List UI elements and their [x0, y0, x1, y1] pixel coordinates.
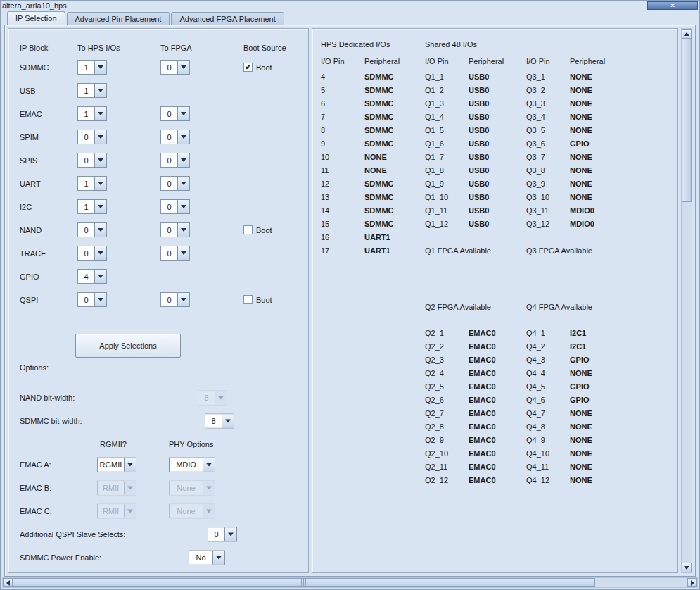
io-peripheral: USB0: [469, 166, 489, 175]
tab-ip-selection[interactable]: IP Selection: [7, 11, 65, 25]
tab-advanced-fpga-placement[interactable]: Advanced FPGA Placement: [171, 12, 284, 25]
to-hps-dropdown[interactable]: 0: [77, 292, 107, 307]
io-pin: 9: [321, 139, 364, 148]
to-hps-dropdown[interactable]: 1: [77, 106, 107, 121]
emac-a-rgmii-dropdown-slot: RGMII: [97, 457, 136, 472]
down-arrow-glyph: [98, 158, 103, 162]
dropdown-value: None: [170, 481, 203, 494]
to-hps-dropdown[interactable]: 0: [77, 153, 107, 168]
vertical-scrollbar[interactable]: [681, 28, 692, 573]
apply-selections-button[interactable]: Apply Selections: [75, 334, 181, 358]
io-pin: 11: [321, 166, 364, 175]
vertical-scroll-track[interactable]: [682, 39, 692, 563]
io-row: Q4_1I2C1: [526, 326, 646, 339]
horizontal-scrollbar[interactable]: [2, 577, 698, 588]
io-peripheral: SDMMC: [364, 113, 394, 121]
to-fpga-dropdown[interactable]: 0: [160, 222, 190, 237]
scroll-left-button[interactable]: [3, 578, 13, 587]
io-pin: 4: [321, 73, 364, 81]
io-peripheral: USB0: [469, 86, 489, 94]
sdmmc-bitwidth-dropdown[interactable]: 8: [205, 413, 234, 428]
q2-io-rows: Q2_1EMAC0Q2_2EMAC0Q2_3EMAC0Q2_4EMAC0Q2_5…: [425, 326, 526, 487]
emac-b-row: EMAC B: RMII None: [8, 476, 308, 499]
io-pin: 5: [321, 86, 364, 94]
to-hps-dropdown[interactable]: 0: [77, 246, 107, 261]
io-peripheral: SDMMC: [364, 73, 394, 81]
chevron-down-icon: [94, 61, 106, 74]
scroll-up-button[interactable]: [682, 29, 692, 39]
sdmmc-power-enable-label: SDMMC Power Enable:: [20, 553, 101, 562]
io-peripheral: USB0: [469, 220, 489, 228]
to-fpga-dropdown[interactable]: 0: [160, 60, 190, 75]
io-row: Q1_7USB0: [425, 150, 526, 163]
tab-advanced-pin-placement[interactable]: Advanced Pin Placement: [67, 12, 170, 25]
boot-checkbox[interactable]: [243, 295, 253, 304]
to-fpga-dropdown[interactable]: 0: [160, 106, 190, 121]
q1-io-rows: Q1_1USB0Q1_2USB0Q1_3USB0Q1_4USB0Q1_5USB0…: [425, 70, 526, 230]
header-to-fpga: To FPGA: [160, 44, 239, 52]
boot-checkbox[interactable]: ✔: [243, 63, 253, 72]
chevron-down-icon: [94, 223, 106, 237]
to-hps-dropdown[interactable]: 1: [77, 83, 107, 98]
boot-option: Boot: [243, 225, 308, 234]
ip-selection-panel: IP Block To HPS I/Os To FPGA Boot Source…: [8, 28, 309, 573]
qspi-slave-selects-dropdown[interactable]: 0: [208, 527, 237, 541]
tab-bar: IP Selection Advanced Pin Placement Adva…: [1, 11, 699, 25]
io-peripheral: SDMMC: [364, 126, 394, 134]
down-arrow-glyph: [98, 251, 103, 255]
check-icon: ✔: [245, 63, 251, 71]
scroll-right-button[interactable]: [687, 578, 697, 587]
to-hps-dropdown[interactable]: 0: [77, 222, 107, 237]
io-pin: Q4_10: [526, 449, 570, 458]
to-hps-dropdown[interactable]: 1: [77, 199, 107, 214]
boot-checkbox-label: Boot: [256, 226, 272, 234]
qspi-slave-selects-row: Additional QSPI Slave Selects: 0: [8, 522, 308, 546]
horizontal-scroll-thumb[interactable]: [13, 578, 595, 587]
dropdown-value: RMII: [98, 481, 124, 494]
to-fpga-dropdown[interactable]: 0: [160, 153, 190, 168]
to-hps-dropdown[interactable]: 4: [77, 269, 107, 284]
io-row: Q4_11NONE: [526, 460, 646, 473]
ip-block-row: QSPI00Boot: [8, 288, 308, 311]
chevron-down-icon: [94, 153, 106, 167]
sdmmc-power-enable-dropdown[interactable]: No: [189, 550, 225, 565]
to-fpga-dropdown[interactable]: 0: [160, 130, 190, 144]
scroll-down-button[interactable]: [682, 563, 692, 572]
boot-checkbox-label: Boot: [256, 296, 272, 304]
ip-table-header: IP Block To HPS I/Os To FPGA Boot Source: [8, 40, 308, 56]
close-button[interactable]: ✕: [647, 1, 698, 10]
io-row: 11NONE: [321, 163, 425, 177]
io-peripheral: NONE: [570, 463, 592, 471]
down-arrow-glyph: [216, 556, 222, 559]
io-pin-header: I/O Pin: [526, 57, 570, 65]
boot-checkbox[interactable]: [243, 225, 253, 234]
chevron-down-icon: [177, 153, 189, 167]
dropdown-value: 8: [205, 414, 222, 427]
io-pin: Q2_9: [425, 436, 469, 444]
io-peripheral: SDMMC: [364, 206, 394, 215]
to-hps-dropdown[interactable]: 1: [77, 176, 107, 191]
to-hps-dropdown[interactable]: 0: [77, 130, 107, 144]
chevron-down-icon: [124, 458, 136, 471]
boot-cell: ✔Boot: [239, 63, 308, 72]
to-hps-dropdown[interactable]: 1: [77, 60, 107, 75]
emac-c-rgmii-dropdown-slot: RMII: [97, 503, 136, 518]
emac-a-phy-dropdown[interactable]: MDIO: [169, 457, 215, 472]
to-hps-cell: 4: [77, 269, 160, 284]
io-assignment-panel: HPS Dedicated I/Os Shared 48 I/Os I/O Pi…: [312, 28, 678, 573]
io-row: Q3_3NONE: [526, 96, 646, 110]
io-row: Q1_2USB0: [425, 83, 526, 96]
down-arrow-glyph: [181, 182, 186, 185]
chevron-down-icon: [94, 107, 106, 120]
chevron-down-icon: [94, 270, 106, 283]
io-pin: Q4_6: [526, 396, 570, 404]
horizontal-scroll-track[interactable]: [13, 578, 687, 587]
to-fpga-dropdown[interactable]: 0: [160, 246, 190, 261]
down-arrow-glyph: [181, 112, 186, 115]
to-fpga-dropdown[interactable]: 0: [160, 199, 190, 214]
vertical-scroll-thumb[interactable]: [682, 39, 692, 202]
io-pin: Q3_8: [526, 166, 570, 175]
to-fpga-dropdown[interactable]: 0: [160, 176, 190, 191]
to-fpga-dropdown[interactable]: 0: [160, 292, 190, 307]
emac-a-rgmii-dropdown[interactable]: RGMII: [97, 457, 136, 472]
